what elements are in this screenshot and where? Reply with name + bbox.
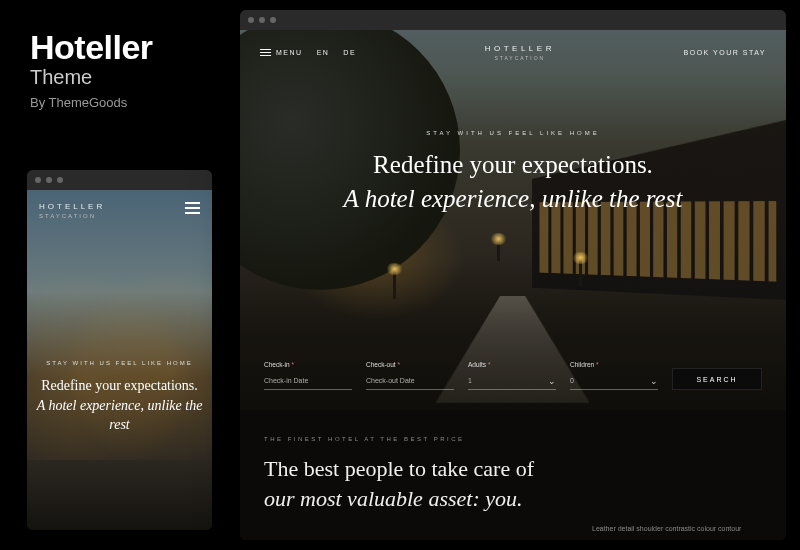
lower-line2: our most valuable asset: you. [264,486,522,511]
nav-left: MENU EN DE [260,49,356,56]
menu-button[interactable]: MENU [260,49,303,56]
menu-label: MENU [276,49,303,56]
checkout-label: Check-out [366,361,454,368]
adults-select[interactable]: 1 [468,372,556,390]
checkout-placeholder: Check-out Date [366,377,415,384]
desktop-hero: MENU EN DE HOTELLER STAYCATION BOOK YOUR… [240,30,786,410]
mobile-logo[interactable]: HOTELLER STAYCATION [39,202,105,219]
lower-paragraph: Leather detail shoulder contrastic colou… [592,524,762,535]
hero-line2: A hotel experience, unlike the rest [35,396,204,435]
mobile-hero: HOTELLER STAYCATION STAY WITH US FEEL LI… [27,190,212,530]
search-button[interactable]: SEARCH [672,368,762,390]
window-dot-icon [259,17,265,23]
lower-line1: The best people to take care of [264,456,534,481]
lamp-icon [579,258,582,286]
hero-eyebrow: STAY WITH US FEEL LIKE HOME [240,130,786,136]
hero-heading: Redefine your expectations. A hotel expe… [240,148,786,216]
mobile-headline: STAY WITH US FEEL LIKE HOME Redefine you… [27,360,212,435]
lower-section: THE FINEST HOTEL AT THE BEST PRICE The b… [240,410,786,540]
desktop-preview-window: MENU EN DE HOTELLER STAYCATION BOOK YOUR… [240,10,786,540]
window-chrome [27,170,212,190]
checkin-placeholder: Check-in Date [264,377,308,384]
desktop-body: MENU EN DE HOTELLER STAYCATION BOOK YOUR… [240,30,786,540]
checkout-field[interactable]: Check-out Check-out Date [366,361,454,390]
booking-bar: Check-in Check-in Date Check-out Check-o… [264,361,762,390]
adults-field[interactable]: Adults 1 [468,361,556,390]
brand-name: HOTELLER [485,44,555,53]
adults-label: Adults [468,361,556,368]
hero-line1: Redefine your expectations. [373,151,653,178]
promo-title-block: Hoteller Theme By ThemeGoods [30,30,153,110]
brand-tagline: STAYCATION [485,55,555,61]
hero-eyebrow: STAY WITH US FEEL LIKE HOME [35,360,204,366]
hamburger-icon[interactable] [185,202,200,214]
window-dot-icon [35,177,41,183]
desktop-headline: STAY WITH US FEEL LIKE HOME Redefine you… [240,130,786,216]
promo-credit: By ThemeGoods [30,95,153,110]
lower-heading: The best people to take care of our most… [264,454,762,513]
window-dot-icon [270,17,276,23]
promo-subtitle: Theme [30,66,153,89]
adults-value: 1 [468,377,472,384]
children-label: Children [570,361,658,368]
children-value: 0 [570,377,574,384]
menu-icon [260,49,271,56]
nav-logo[interactable]: HOTELLER STAYCATION [485,44,555,61]
desktop-nav: MENU EN DE HOTELLER STAYCATION BOOK YOUR… [240,30,786,61]
brand-name: HOTELLER [39,202,105,211]
checkin-label: Check-in [264,361,352,368]
checkin-input[interactable]: Check-in Date [264,372,352,390]
window-dot-icon [248,17,254,23]
lang-en[interactable]: EN [317,49,330,56]
mobile-preview-window: HOTELLER STAYCATION STAY WITH US FEEL LI… [27,170,212,530]
lower-eyebrow: THE FINEST HOTEL AT THE BEST PRICE [264,436,762,442]
children-field[interactable]: Children 0 [570,361,658,390]
checkin-field[interactable]: Check-in Check-in Date [264,361,352,390]
window-dot-icon [57,177,63,183]
lamp-icon [393,269,396,299]
promo-title: Hoteller [30,30,153,66]
hero-line1: Redefine your expectations. [41,378,198,393]
brand-tagline: STAYCATION [39,213,105,219]
book-cta[interactable]: BOOK YOUR STAY [684,49,766,56]
checkout-input[interactable]: Check-out Date [366,372,454,390]
lamp-icon [497,239,500,261]
hero-line2: A hotel experience, unlike the rest [240,182,786,216]
lang-de[interactable]: DE [343,49,356,56]
window-chrome [240,10,786,30]
mobile-topbar: HOTELLER STAYCATION [27,190,212,219]
children-select[interactable]: 0 [570,372,658,390]
window-dot-icon [46,177,52,183]
hero-heading: Redefine your expectations. A hotel expe… [35,376,204,435]
